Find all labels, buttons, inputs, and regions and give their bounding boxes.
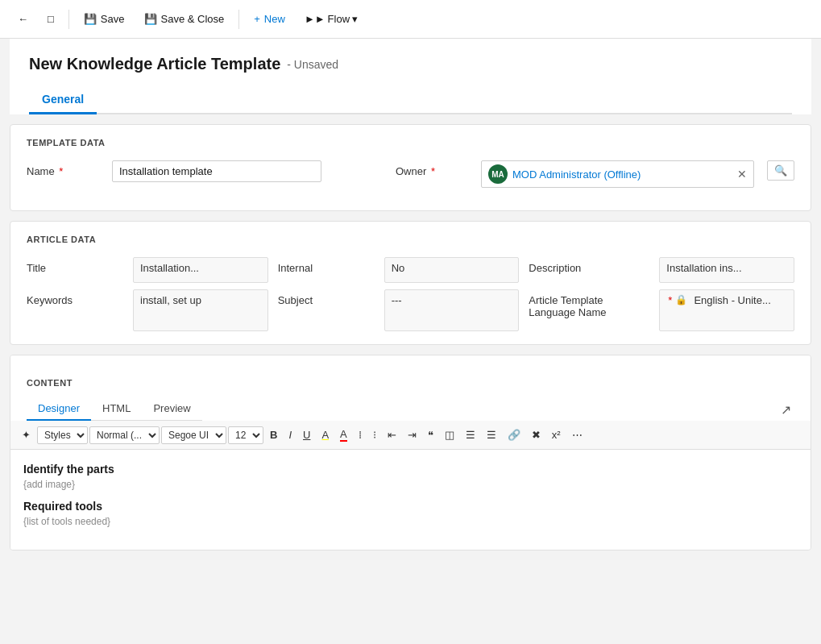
quote-button[interactable]: ❝ — [423, 426, 438, 443]
save-close-icon: 💾 — [144, 13, 157, 25]
highlight-icon: A — [321, 429, 329, 441]
owner-label: Owner * — [396, 160, 468, 177]
outdent-button[interactable]: ⇤ — [383, 426, 401, 443]
article-data-title: ARTICLE DATA — [27, 235, 794, 244]
italic-button[interactable]: I — [284, 426, 296, 443]
tab-general[interactable]: General — [29, 86, 97, 114]
window-icon: □ — [48, 13, 54, 25]
main-tabs: General — [29, 86, 792, 114]
description-value: Installation ins... — [659, 257, 794, 283]
page-header: New Knowledge Article Template - Unsaved… — [10, 39, 811, 114]
flow-icon: ►► — [305, 13, 325, 25]
template-data-title: TEMPLATE DATA — [27, 138, 794, 147]
subject-value: --- — [384, 289, 520, 331]
tab-designer[interactable]: Designer — [27, 397, 91, 421]
content-toolbar: ✦ Styles Normal (... Segoe UI 12 B I U A… — [10, 421, 811, 450]
template-data-section: TEMPLATE DATA Name * Owner * MA MOD Admi… — [10, 124, 811, 211]
underline-button[interactable]: U — [298, 426, 315, 443]
search-icon: 🔍 — [774, 164, 787, 177]
language-required-star: * — [668, 294, 672, 306]
highlight-button[interactable]: A — [317, 426, 334, 443]
align-left-button[interactable]: ⁞ — [354, 426, 367, 443]
table-button[interactable]: ◫ — [440, 426, 459, 443]
bold-button[interactable]: B — [265, 426, 282, 443]
size-select[interactable]: 12 — [228, 426, 263, 444]
tab-html[interactable]: HTML — [91, 397, 142, 421]
editor-placeholder-1: {add image} — [23, 479, 798, 490]
tab-preview[interactable]: Preview — [142, 397, 201, 421]
subject-label: Subject — [278, 289, 375, 306]
name-label: Name * — [27, 160, 99, 177]
separator2 — [238, 10, 239, 29]
editor-heading-2: Required tools — [23, 500, 798, 513]
owner-close-button[interactable]: ✕ — [737, 168, 747, 181]
unsaved-label: - Unsaved — [287, 58, 338, 71]
article-data-grid: Title Installation... Internal No Descri… — [27, 257, 794, 331]
owner-name: MOD Administrator (Offline) — [512, 168, 732, 181]
font-color-icon: A — [340, 428, 347, 442]
save-close-button[interactable]: 💾 Save & Close — [136, 9, 233, 29]
save-icon: 💾 — [84, 13, 97, 25]
link-button[interactable]: 🔗 — [503, 426, 525, 443]
editor-placeholder-2: {list of tools needed} — [23, 516, 798, 527]
save-button[interactable]: 💾 Save — [76, 9, 133, 29]
keywords-label: Keywords — [27, 289, 123, 306]
content-section-title: CONTENT — [27, 365, 794, 397]
indent-button[interactable]: ⇥ — [403, 426, 421, 443]
owner-field: MA MOD Administrator (Offline) ✕ — [481, 160, 754, 188]
top-bar: ← □ 💾 Save 💾 Save & Close + New ►► Flow … — [0, 0, 821, 39]
name-input[interactable] — [112, 160, 321, 182]
flow-button[interactable]: ►► Flow ▾ — [296, 9, 366, 29]
owner-avatar: MA — [488, 164, 508, 184]
editor-heading-1: Identify the parts — [23, 463, 798, 476]
description-label: Description — [529, 257, 649, 274]
more-button[interactable]: ⋯ — [567, 426, 587, 443]
editor-area[interactable]: Identify the parts {add image} Required … — [10, 450, 811, 550]
required-star: * — [59, 165, 63, 177]
page-title-area: New Knowledge Article Template - Unsaved — [29, 55, 792, 73]
wand-button[interactable]: ✦ — [17, 426, 35, 443]
language-label: Article Template Language Name — [529, 289, 649, 318]
separator — [68, 10, 69, 29]
internal-value: No — [384, 257, 520, 283]
new-button[interactable]: + New — [246, 9, 293, 29]
content-section-header: CONTENT Designer HTML Preview ↗ — [10, 355, 811, 421]
expand-button[interactable]: ↗ — [777, 399, 794, 421]
language-value: * 🔒 English - Unite... — [659, 289, 794, 331]
name-row: Name * Owner * MA MOD Administrator (Off… — [27, 160, 794, 188]
font-color-button[interactable]: A — [335, 426, 352, 444]
back-icon: ← — [18, 13, 28, 25]
wand-icon: ✦ — [22, 429, 31, 441]
back-button[interactable]: ← — [10, 9, 36, 29]
content-tabs: Designer HTML Preview — [27, 397, 202, 421]
styles-select[interactable]: Styles — [37, 426, 88, 444]
align-center-button[interactable]: ☰ — [461, 426, 480, 443]
keywords-value: install, set up — [133, 289, 268, 331]
title-value: Installation... — [133, 257, 268, 283]
list-ordered-button[interactable]: ⁝ — [368, 426, 381, 443]
paragraph-select[interactable]: Normal (... — [89, 426, 160, 444]
title-label: Title — [27, 257, 123, 274]
internal-label: Internal — [278, 257, 375, 274]
window-button[interactable]: □ — [39, 9, 62, 29]
font-select[interactable]: Segoe UI — [161, 426, 226, 444]
owner-required-star: * — [431, 165, 435, 177]
article-data-section: ARTICLE DATA Title Installation... Inter… — [10, 221, 811, 345]
align-right-button[interactable]: ☰ — [482, 426, 501, 443]
page-title: New Knowledge Article Template — [29, 55, 280, 73]
flow-chevron-icon: ▾ — [352, 13, 358, 25]
plus-icon: + — [254, 13, 260, 25]
owner-search-button[interactable]: 🔍 — [767, 160, 794, 181]
lock-icon: 🔒 — [675, 294, 687, 305]
superscript-button[interactable]: x² — [547, 426, 566, 443]
unlink-button[interactable]: ✖ — [527, 426, 545, 443]
content-section: CONTENT Designer HTML Preview ↗ ✦ Styles — [10, 355, 811, 551]
